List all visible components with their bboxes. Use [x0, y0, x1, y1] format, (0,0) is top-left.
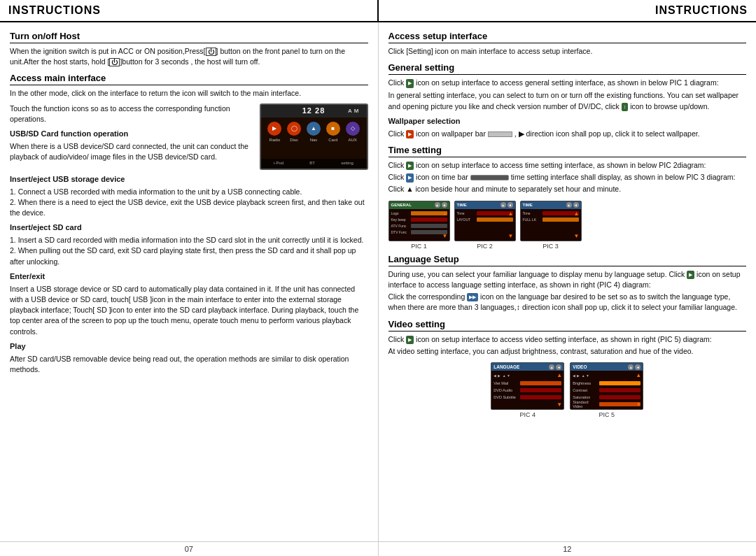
pic4-row2: DVD Audio — [493, 387, 561, 393]
pic4-label: PIC 4 — [519, 411, 536, 418]
time-icon1: ▶ — [406, 162, 414, 170]
access-setup-body: Click [Setting] icon on main interface t… — [388, 46, 747, 57]
pic1-label1: Logo — [391, 211, 411, 215]
pic4-label2: DVD Audio — [493, 388, 519, 392]
pic5-container: VIDEO ▲ ◄ ◀ ▶ ▲ ▼ B — [570, 362, 643, 418]
video-body2: At video setting interface, you can adju… — [388, 346, 747, 357]
pic4-val3 — [520, 395, 561, 399]
pic4-row-controls: ◀ ▶ ▲ ▼ — [493, 372, 561, 378]
pic3-screen: TIME ▲ ◄ Time FULL — [520, 201, 582, 241]
pic1-header-text: GENERAL — [391, 203, 412, 207]
language-body1: During use, you can select your familiar… — [388, 269, 747, 290]
language-body2: Click the corresponding ▶▶ icon on the l… — [388, 292, 747, 313]
pic2-btn1: ▲ — [500, 202, 506, 208]
pic4-val1 — [520, 381, 561, 385]
pic3-btn1: ▲ — [566, 202, 572, 208]
pics-row-123: GENERAL ▲ ◄ Logo K — [388, 201, 747, 250]
time-body3: Click ▲ icon beside hour and minute to s… — [388, 184, 747, 194]
wallpaper-icon: ▶ — [406, 130, 414, 138]
pic1-row2: Key beep — [391, 217, 447, 222]
access-main-title: Access main interface — [10, 73, 368, 85]
pic5-nav-up: ▲ — [636, 373, 641, 378]
pic4-header-text: LANGUAGE — [493, 364, 519, 369]
video-icon: ▶ — [406, 336, 414, 344]
pic5-nav: ▲ ▼ — [636, 373, 641, 408]
insert-usb-title: Insert/eject USB storage device — [10, 174, 368, 185]
pic3-header-text: TIME — [523, 203, 533, 207]
pic1-btn1: ▲ — [435, 202, 440, 208]
pic2-row2: LAYOUT — [457, 217, 513, 222]
up-down-icon: ↕ — [622, 103, 629, 111]
pic4-btn2: ◄ — [556, 364, 561, 370]
access-main-intro: In the other mode, click on the interfac… — [10, 88, 368, 99]
pic5-val1 — [599, 381, 640, 385]
general-body2: In general setting interface, you can se… — [388, 90, 747, 111]
screen-time: 12 28 AM — [261, 105, 367, 117]
pic1-row1: Logo — [391, 211, 447, 216]
general-setting-body: Click ▶ icon on setup interface to acces… — [388, 78, 747, 139]
language-setup-body: During use, you can select your familiar… — [388, 269, 747, 313]
pic5-label: PIC 5 — [598, 411, 615, 418]
pic2-label: PIC 2 — [477, 243, 493, 250]
pic1-label2: Key beep — [391, 218, 411, 222]
pic2-header-text: TIME — [457, 203, 467, 207]
pic3-label1: Time — [523, 211, 542, 215]
enter-exit-body: Insert a USB storage device or SD card t… — [10, 284, 368, 337]
pic2-screen: TIME ▲ ◄ Time LAYO — [454, 201, 516, 241]
pic5-controls: ▲ ◄ — [628, 364, 640, 370]
pic5-label2: Contrast — [573, 388, 598, 392]
pic3-nav-down: ▼ — [574, 234, 580, 239]
pic4-label3: DVD Subtitle — [493, 395, 519, 399]
pic3-controls: ▲ ◄ — [566, 202, 579, 208]
pic2-btn2: ◄ — [507, 202, 513, 208]
left-panel: Turn on/off Host When the ignition switc… — [0, 22, 379, 541]
aux-label: AUX — [348, 137, 356, 143]
nav-label: Nav — [310, 137, 318, 143]
pic5-btn2: ◄ — [635, 364, 640, 370]
pic3-nav: ▲ ▼ — [574, 211, 580, 239]
pic3-btn2: ◄ — [573, 202, 579, 208]
bottom-ipod: i-Pod — [274, 160, 284, 166]
pic1-btn2: ◄ — [442, 202, 447, 208]
pic1-nav: ▲ ▼ — [442, 211, 448, 239]
pic4-btn1: ▲ — [549, 364, 554, 370]
time-setting-title: Time setting — [388, 145, 747, 157]
pic3-label2: FULL LK — [523, 218, 542, 222]
pic1-header: GENERAL ▲ ◄ — [389, 201, 449, 209]
screen-bottom-bar: i-Pod BT setting — [261, 159, 367, 169]
pic2-nav-down: ▼ — [508, 234, 514, 239]
interface-row: Touch the function icons so as to access… — [10, 104, 368, 170]
pic5-header-text: VIDEO — [573, 364, 587, 369]
pic5-body: ◀ ▶ ▲ ▼ Brightness Contrast — [570, 371, 643, 409]
pic4-screen: LANGUAGE ▲ ◄ ◀ ▶ ▲ ▼ — [491, 362, 564, 410]
pic3-header: TIME ▲ ◄ — [521, 201, 581, 209]
enter-exit-title: Enter/exit — [10, 271, 368, 283]
pic5-val4 — [599, 402, 640, 406]
pic5-btn1: ▲ — [628, 364, 634, 370]
card-label: Card — [328, 137, 337, 143]
pic3-nav-up: ▲ — [574, 211, 580, 217]
pic2-container: TIME ▲ ◄ Time LAYO — [454, 201, 516, 250]
insert-usb-text1: 1. Connect a USB recorded with media inf… — [10, 187, 368, 197]
pic5-label4: Standard Video — [573, 400, 598, 408]
pic4-header: LANGUAGE ▲ ◄ — [491, 363, 564, 371]
access-main-body: In the other mode, click on the interfac… — [10, 88, 368, 375]
video-setting-body: Click ▶ icon on setup interface to acces… — [388, 334, 747, 357]
turn-on-off-title: Turn on/off Host — [10, 31, 368, 43]
main-content: Turn on/off Host When the ignition switc… — [0, 22, 756, 541]
usb-sd-title: USB/SD Card function operation — [10, 129, 254, 140]
header-left-title: INSTRUCTIONS — [0, 0, 377, 21]
lang-icon2: ▶▶ — [467, 293, 478, 301]
pic4-body: ◀ ▶ ▲ ▼ Viet Mail DVD Audio — [491, 371, 564, 402]
section-language-setup: Language Setup During use, you can selec… — [388, 254, 747, 313]
insert-sd-title: Insert/eject SD card — [10, 222, 368, 234]
wallpaper-title: Wallpaper selection — [388, 116, 747, 127]
usb-sd-body: When there is a USB device/SD card conne… — [10, 141, 254, 162]
pic4-container: LANGUAGE ▲ ◄ ◀ ▶ ▲ ▼ — [491, 362, 564, 418]
screen-icons: ▶ Radio ◯ Disc ▲ Nav — [261, 119, 367, 146]
pic5-row4: Standard Video — [573, 401, 640, 407]
bottom-pics-row: LANGUAGE ▲ ◄ ◀ ▶ ▲ ▼ — [388, 362, 747, 418]
pic4-nav-up: ▲ — [556, 373, 562, 378]
play-body: After SD card/USB removable device being… — [10, 354, 368, 375]
time-setting-body: Click ▶ icon on setup interface to acces… — [388, 160, 747, 195]
